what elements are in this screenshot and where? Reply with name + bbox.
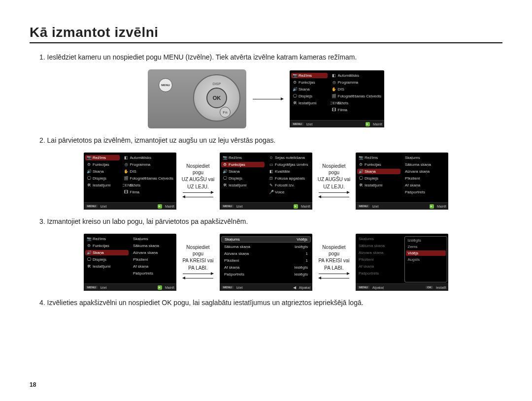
menu-item-label: Sejas noteikšana [275,155,305,160]
menu-item-label: Aizvara skaņa [359,250,383,255]
footer-exit: Iziet [306,123,313,126]
menu-item-label: Pašportrets [405,190,425,194]
footer-change: Mainīt [437,205,446,208]
footer-change: Mainīt [165,205,174,208]
menu-item-icon: ▭ [269,162,273,167]
menu-item-label: Af skaņa [405,183,420,187]
arrow-left-icon [319,278,349,278]
menu-item: 🖵Displejs [221,176,265,181]
menu-item: SCENESižets [123,183,175,188]
menu-item-label: Displejs [365,176,378,181]
menu-item-label: Voice [275,190,285,194]
footer-play-icon: ▸ [294,204,298,209]
menu-item: Pīkstieni [357,257,402,262]
menu-item-icon: SCENE [332,101,336,105]
menu-item: ⚙Funkcijas [357,162,400,167]
menu-item-label: Skaļums [133,237,148,241]
menu-item-label: Automātisks [130,155,152,160]
menu-item: PašportretsIeslēgts [221,272,311,277]
menu-item-icon: 🖵 [87,176,91,181]
title-rule [30,42,502,43]
menu-item: 🛠Iestatījumi [221,183,265,188]
footer-exit: Iziet [236,286,243,289]
menu-item: 🔊Skaņa [85,250,129,255]
menu-item-icon: 📷 [223,155,227,160]
menu-item: 📷Režīms [291,73,328,78]
menu-item: Aizvara skaņa1 [221,251,311,256]
menu-item: ▭Fotogrāfijas izmērs [267,162,311,167]
menu-item: 🔊Skaņa [85,169,120,174]
menu-item-label: Skaļums [405,155,420,160]
arrow-label: Nospiediet pogu [316,163,352,176]
option-item: Zems [406,244,446,249]
menu-item: SkaļumsVidējs [221,236,311,243]
menu-item-icon: ⊡ [269,176,273,181]
menu-item-label: Skaņa [229,169,240,174]
menu-item: Pašportrets [357,271,402,276]
menu-item-icon: 🔊 [223,169,227,174]
menu-item: ◧Kvalitāte [267,169,311,174]
menu-item-icon: 🔊 [359,169,363,174]
menu-item-icon: 🛠 [223,183,227,187]
footer-ok-tag: OK [426,286,433,289]
arrow-label: UZ LEJU. [187,184,208,190]
menu-item: Sākuma skaņa [403,162,447,167]
camera-illustration: MENU DISP OK Fn [148,69,246,128]
menu-item-label: Programma [338,80,359,85]
menu-item-icon: ☺ [269,155,273,160]
menu-item-label: Sākuma skaņa [133,244,159,248]
menu-item: Af skaņa [357,264,402,269]
menu-item-label: Fokusa apgabals [275,176,305,181]
footer-menu-tag: MENU [86,286,98,289]
menu-item-icon: 📷 [359,155,363,160]
menu-item-label: Režīms [93,237,106,241]
menu-item: Aizvara skaņa [403,169,447,174]
footer-menu-tag: MENU [86,205,98,208]
menu-item: 📷Režīms [85,236,129,242]
menu-item-icon: ◧ [124,155,129,160]
menu-item-label: Iestatījumi [299,101,316,105]
option-item: Vidējs [406,250,446,256]
menu-item-label: Displejs [229,176,242,181]
menu-item-icon: 🛠 [359,183,363,187]
menu-item: 🔊Skaņa [291,87,328,92]
menu-item: 🖵Displejs [291,93,328,99]
menu-item-label: Af skaņa [133,264,148,269]
menu-item: Sākuma skaņa [357,243,402,248]
arrow-label: Nospiediet pogu [180,245,216,257]
menu-item-label: Programma [130,162,151,167]
menu-item-icon: 📷 [293,73,297,78]
menu-item: Pīkstieni [132,257,175,262]
camera-dial: DISP OK Fn [193,74,240,122]
menu-item-label: Automātisks [338,73,360,78]
menu-item-label: Sākuma skaņa [359,244,385,248]
menu-screen-functions: 📷Režīms⚙Funkcijas🔊Skaņa🖵Displejs🛠Iestatī… [220,153,312,210]
menu-item: SCENESižets [331,100,383,106]
footer-exit: Iziet [372,205,379,208]
menu-screen-sound: 📷Režīms⚙Funkcijas🔊Skaņa🖵Displejs🛠Iestatī… [356,153,448,210]
arrow-right-icon [183,192,213,193]
arrow-updown-2: Nospiediet pogu UZ AUGŠU vai UZ LEJU. [316,163,352,199]
footer-set: Iestatīt [436,286,446,289]
menu-item-label: Aizvara skaņa [405,169,430,174]
footer-play-icon: ▸ [158,204,162,209]
arrow-left-icon [183,197,213,197]
step-3-text: 3. Izmantojiet kreiso un labo pogu, lai … [39,216,502,227]
menu-item-label: Iestatījumi [93,264,110,269]
menu-item-icon: ◧ [269,169,273,174]
menu-item-icon: ◎ [332,80,336,85]
menu-item-label: Iestatījumi [93,183,110,187]
menu-item: 🎞Filma [331,107,383,113]
menu-item: 🎞Filma [123,189,175,195]
arrow-label: UZ AUGŠU vai [318,177,351,183]
menu-item-label: Pīkstieni [359,257,373,262]
camera-fn-button: Fn [220,107,231,118]
footer-back: Atpakaļ [299,286,310,289]
footer-menu-tag: MENU [222,286,233,289]
arrow-left-icon [183,278,213,278]
menu-item-icon: ◎ [124,162,129,167]
arrow-right-icon [183,274,213,274]
step-2-figures: 📷Režīms⚙Funkcijas🔊Skaņa🖵Displejs🛠Iestatī… [30,153,502,210]
menu-item: Aizvara skaņa [132,250,175,255]
menu-item-label: Sākuma skaņa [405,162,431,167]
